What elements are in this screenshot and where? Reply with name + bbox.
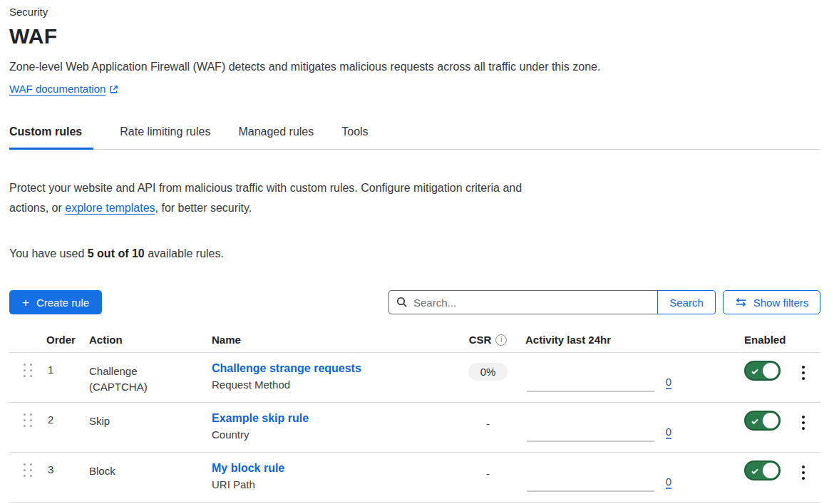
rule-order: 3	[46, 453, 89, 502]
rule-expression-field: URI Path	[212, 478, 451, 490]
header-menu-spacer	[786, 346, 820, 352]
filters-swap-icon	[735, 297, 747, 307]
enabled-toggle[interactable]	[744, 361, 781, 381]
usage-prefix: You have used	[9, 247, 88, 259]
header-order: Order	[46, 334, 89, 352]
header-action: Action	[89, 334, 212, 352]
waf-documentation-link[interactable]: WAF documentation	[9, 83, 118, 95]
header-enabled: Enabled	[671, 334, 786, 352]
breadcrumb: Security	[9, 6, 820, 18]
page-description: Zone-level Web Application Firewall (WAF…	[9, 61, 820, 73]
toolbar: + Create rule Search Show filters	[9, 290, 820, 314]
kebab-menu-button[interactable]	[798, 414, 809, 452]
enabled-toggle[interactable]	[744, 461, 781, 480]
usage-count: 5 out of 10	[88, 247, 145, 259]
search-button[interactable]: Search	[657, 290, 716, 314]
plus-icon: +	[22, 297, 29, 309]
header-spacer	[9, 346, 46, 352]
activity-count-link[interactable]: 0	[666, 426, 671, 439]
check-icon	[751, 467, 759, 475]
usage-text: You have used 5 out of 10 available rule…	[9, 247, 820, 260]
table-row: 1 Challenge (CAPTCHA) Challenge strange …	[9, 353, 820, 403]
check-icon	[751, 417, 759, 426]
toggle-knob	[763, 413, 778, 428]
intro-text: Protect your website and API from malici…	[9, 178, 538, 218]
toggle-knob	[763, 463, 778, 478]
intro-text-after: , for better security.	[155, 202, 252, 214]
search-input[interactable]	[413, 297, 650, 309]
rule-order: 2	[46, 403, 89, 452]
search-icon	[396, 297, 408, 308]
rule-expression-field: Request Method	[212, 379, 451, 391]
header-csr-label: CSR	[469, 334, 492, 346]
drag-handle-icon[interactable]	[22, 412, 34, 426]
activity-sparkline	[527, 490, 654, 492]
usage-suffix: available rules.	[145, 247, 224, 259]
check-icon	[751, 367, 759, 376]
show-filters-label: Show filters	[753, 297, 809, 309]
csr-value: -	[486, 418, 490, 430]
drag-handle-icon[interactable]	[22, 462, 34, 476]
activity-sparkline	[527, 441, 654, 442]
create-rule-button[interactable]: + Create rule	[9, 290, 102, 314]
waf-page: Security WAF Zone-level Web Application …	[0, 0, 830, 503]
rules-table: Order Action Name CSR i Activity last 24…	[9, 329, 820, 503]
info-icon[interactable]: i	[495, 334, 507, 346]
rule-action: Block	[89, 453, 212, 502]
search-group: Search	[388, 290, 716, 314]
create-rule-label: Create rule	[36, 297, 89, 309]
activity-count-link[interactable]: 0	[666, 476, 671, 489]
header-name: Name	[212, 334, 451, 352]
search-box	[388, 290, 658, 314]
tab-managed-rules[interactable]: Managed rules	[238, 123, 315, 150]
rule-action: Challenge (CAPTCHA)	[89, 353, 212, 402]
tab-rate-limiting-rules[interactable]: Rate limiting rules	[120, 123, 212, 150]
kebab-menu-button[interactable]	[798, 464, 809, 502]
show-filters-button[interactable]: Show filters	[723, 290, 820, 314]
activity-sparkline	[527, 391, 654, 392]
external-link-icon	[109, 84, 118, 96]
tab-tools[interactable]: Tools	[341, 123, 369, 150]
rule-name-link[interactable]: My block rule	[212, 462, 284, 474]
rule-order: 1	[46, 353, 89, 402]
csr-value: -	[486, 468, 490, 480]
table-header-row: Order Action Name CSR i Activity last 24…	[9, 329, 820, 353]
csr-value: 0%	[468, 363, 508, 381]
rule-expression-field: Country	[212, 428, 451, 441]
activity-count-link[interactable]: 0	[666, 376, 671, 389]
table-row: 2 Skip Example skip rule Country - 0	[9, 403, 820, 453]
waf-documentation-label: WAF documentation	[9, 83, 105, 95]
drag-handle-icon[interactable]	[22, 362, 34, 376]
table-body: 1 Challenge (CAPTCHA) Challenge strange …	[9, 353, 820, 503]
page-title: WAF	[9, 24, 820, 48]
header-activity: Activity last 24hr	[525, 334, 671, 352]
enabled-toggle[interactable]	[744, 411, 781, 431]
tab-bar: Custom rules Rate limiting rules Managed…	[9, 123, 820, 150]
rule-name-link[interactable]: Example skip rule	[212, 412, 309, 424]
tab-custom-rules[interactable]: Custom rules	[9, 123, 93, 150]
table-row: 3 Block My block rule URI Path - 0	[9, 453, 820, 503]
rule-action: Skip	[89, 403, 212, 452]
rule-name-link[interactable]: Challenge strange requests	[212, 362, 361, 374]
toggle-knob	[763, 363, 778, 379]
explore-templates-link[interactable]: explore templates	[65, 202, 155, 214]
kebab-menu-button[interactable]	[798, 364, 809, 402]
header-csr: CSR i	[451, 334, 525, 352]
